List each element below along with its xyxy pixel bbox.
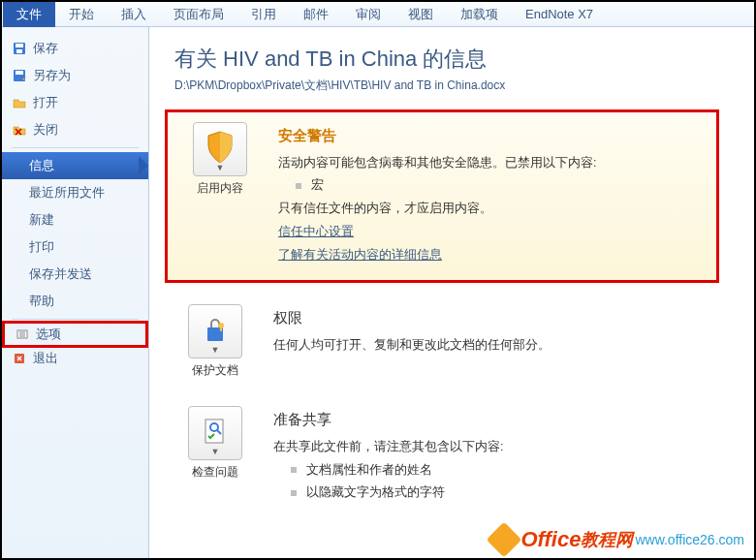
enable-content-button[interactable]: ▼ xyxy=(193,122,247,176)
watermark-suffix: 教程网 xyxy=(581,528,633,551)
main-pane: 有关 HIV and TB in China 的信息 D:\PKM\Dropbo… xyxy=(149,27,754,558)
sidebar-item-label: 打开 xyxy=(33,94,58,111)
open-icon xyxy=(12,95,27,110)
check-issues-button[interactable]: ▼ xyxy=(188,406,242,460)
share-heading: 准备共享 xyxy=(273,406,729,434)
sidebar-item-label: 最近所用文件 xyxy=(29,184,105,202)
save-icon xyxy=(12,41,27,56)
sidebar-info[interactable]: 信息 xyxy=(2,152,148,179)
bullet-icon xyxy=(296,183,301,189)
chevron-down-icon: ▼ xyxy=(216,163,225,172)
ribbon-tab-bar: 文件 开始 插入 页面布局 引用 邮件 审阅 视图 加载项 EndNote X7 xyxy=(2,2,754,27)
tab-mail[interactable]: 邮件 xyxy=(290,2,342,27)
sidebar-item-label: 选项 xyxy=(36,326,61,343)
svg-rect-1 xyxy=(16,44,23,47)
watermark-url: www.office26.com xyxy=(635,532,744,547)
tab-page-layout[interactable]: 页面布局 xyxy=(160,2,237,27)
tab-view[interactable]: 视图 xyxy=(394,2,447,27)
trust-center-link[interactable]: 信任中心设置 xyxy=(278,225,354,238)
sidebar-save-send[interactable]: 保存并发送 xyxy=(2,261,148,288)
sidebar-separator xyxy=(12,147,139,148)
sidebar-item-label: 打印 xyxy=(29,238,54,256)
sidebar-help[interactable]: 帮助 xyxy=(2,288,148,315)
sidebar-exit[interactable]: 退出 xyxy=(2,345,148,372)
bullet-icon xyxy=(291,467,297,473)
page-title: 有关 HIV and TB in China 的信息 xyxy=(174,45,729,74)
sidebar-options[interactable]: 选项 xyxy=(2,321,148,348)
sidebar-close[interactable]: 关闭 xyxy=(2,116,148,143)
sidebar-print[interactable]: 打印 xyxy=(2,233,148,261)
share-section: ▼ 检查问题 准备共享 在共享此文件前，请注意其包含以下内容: 文档属性和作者的… xyxy=(174,406,729,505)
sidebar-item-label: 帮助 xyxy=(29,293,54,310)
sidebar-recent[interactable]: 最近所用文件 xyxy=(2,179,148,206)
tab-insert[interactable]: 插入 xyxy=(108,2,160,27)
check-issues-label: 检查问题 xyxy=(174,464,256,481)
saveas-icon xyxy=(12,68,27,83)
protect-document-label: 保护文档 xyxy=(174,362,256,379)
sidebar-new[interactable]: 新建 xyxy=(2,206,148,233)
tab-home[interactable]: 开始 xyxy=(55,2,108,27)
file-path: D:\PKM\Dropbox\Private\文档\HIV\TB\HIV and… xyxy=(174,78,729,94)
sidebar-item-label: 关闭 xyxy=(33,121,58,139)
file-tab[interactable]: 文件 xyxy=(3,2,55,27)
sidebar-separator xyxy=(12,319,139,320)
sidebar-item-label: 信息 xyxy=(29,157,54,174)
tab-addins[interactable]: 加载项 xyxy=(447,2,512,27)
security-item: 宏 xyxy=(311,174,324,198)
protect-document-button[interactable]: ▼ xyxy=(188,304,242,358)
share-text: 在共享此文件前，请注意其包含以下内容: xyxy=(273,436,729,459)
learn-more-link[interactable]: 了解有关活动内容的详细信息 xyxy=(278,248,442,262)
close-icon xyxy=(12,122,27,138)
inspect-icon xyxy=(200,416,231,451)
tab-review[interactable]: 审阅 xyxy=(342,2,394,27)
exit-icon xyxy=(12,351,27,366)
permissions-text: 任何人均可打开、复制和更改此文档的任何部分。 xyxy=(273,334,729,358)
share-item: 以隐藏文字为格式的字符 xyxy=(306,482,445,505)
tab-endnote[interactable]: EndNote X7 xyxy=(512,3,607,25)
security-warning-box: ▼ 启用内容 安全警告 活动内容可能包含病毒和其他安全隐患。已禁用以下内容: 宏… xyxy=(165,109,719,283)
sidebar-saveas[interactable]: 另存为 xyxy=(2,62,148,89)
svg-rect-16 xyxy=(220,326,222,331)
chevron-down-icon: ▼ xyxy=(211,447,220,456)
watermark-icon xyxy=(487,522,522,558)
sidebar-item-label: 保存 xyxy=(33,40,58,57)
enable-content-label: 启用内容 xyxy=(179,180,261,197)
sidebar-item-label: 另存为 xyxy=(33,67,71,84)
sidebar-item-label: 新建 xyxy=(29,211,54,229)
watermark-brand: Office xyxy=(520,527,581,552)
bullet-icon xyxy=(291,490,297,496)
sidebar-save[interactable]: 保存 xyxy=(2,35,148,62)
backstage-sidebar: 保存 另存为 打开 关闭 信息 最近所用文件 新建 打印 保存并发送 帮助 选项… xyxy=(2,27,149,558)
chevron-down-icon: ▼ xyxy=(211,345,220,355)
tab-references[interactable]: 引用 xyxy=(237,2,290,27)
watermark: Office 教程网 www.office26.com xyxy=(491,527,744,552)
security-text: 只有信任文件的内容，才应启用内容。 xyxy=(278,198,705,221)
options-icon xyxy=(15,327,30,342)
lock-icon xyxy=(200,314,231,349)
permissions-section: ▼ 保护文档 权限 任何人均可打开、复制和更改此文档的任何部分。 xyxy=(174,304,729,379)
permissions-heading: 权限 xyxy=(273,304,729,332)
share-item: 文档属性和作者的姓名 xyxy=(306,459,432,482)
security-heading: 安全警告 xyxy=(278,122,705,150)
svg-rect-2 xyxy=(16,49,22,53)
sidebar-open[interactable]: 打开 xyxy=(2,89,148,116)
security-text: 活动内容可能包含病毒和其他安全隐患。已禁用以下内容: xyxy=(278,152,705,175)
svg-rect-4 xyxy=(16,71,23,75)
sidebar-item-label: 退出 xyxy=(33,350,58,367)
sidebar-item-label: 保存并发送 xyxy=(29,265,92,283)
